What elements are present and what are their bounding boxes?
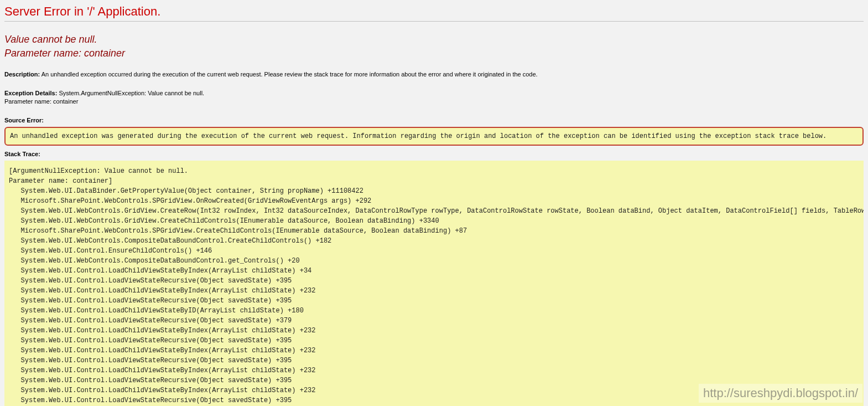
exception-details-label: Exception Details: — [4, 90, 57, 96]
description-text: An unhandled exception occurred during t… — [41, 71, 538, 78]
exception-details-text-2: Parameter name: container — [4, 98, 78, 105]
stack-trace-section: Stack Trace: — [4, 150, 864, 158]
exception-details-text-1: System.ArgumentNullException: Value cann… — [59, 90, 204, 96]
source-error-section: Source Error: — [4, 116, 864, 125]
source-error-label: Source Error: — [4, 117, 44, 124]
stack-trace-box: [ArgumentNullException: Value cannot be … — [4, 161, 864, 406]
description-label: Description: — [4, 71, 40, 78]
subtitle-line-2: Parameter name: container — [4, 48, 125, 59]
source-error-box: An unhandled exception was generated dur… — [4, 127, 864, 146]
page-title: Server Error in '/' Application. — [4, 4, 864, 22]
description-section: Description: An unhandled exception occu… — [4, 70, 864, 79]
stack-trace-label: Stack Trace: — [4, 151, 40, 157]
error-subtitle: Value cannot be null. Parameter name: co… — [4, 33, 864, 60]
exception-details-section: Exception Details: System.ArgumentNullEx… — [4, 89, 864, 106]
subtitle-line-1: Value cannot be null. — [4, 34, 97, 45]
